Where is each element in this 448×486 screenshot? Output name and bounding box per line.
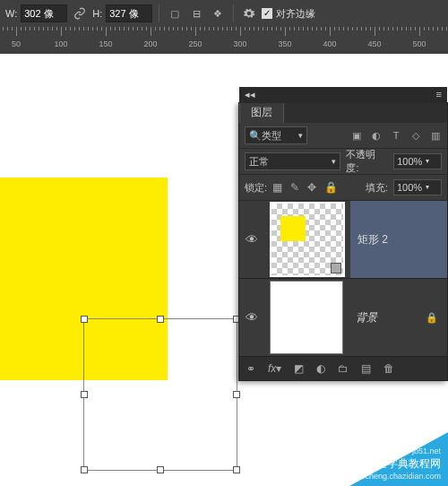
align-edges-checkbox[interactable]: ✓ bbox=[262, 8, 272, 19]
layer-row[interactable]: 👁 矩形 2 bbox=[239, 201, 447, 279]
lock-buttons: ▦ ✎ ✥ 🔒 bbox=[272, 181, 338, 194]
layer-thumbnail[interactable] bbox=[270, 202, 345, 277]
filter-icons: ▣ ◐ T ◇ ▥ bbox=[350, 130, 442, 142]
transform-handle-tm[interactable] bbox=[157, 316, 164, 323]
filter-adjustment-icon[interactable]: ◐ bbox=[370, 130, 383, 142]
ruler-tick: 500 bbox=[412, 39, 426, 48]
delete-layer-icon[interactable]: 🗑 bbox=[383, 362, 394, 375]
chevron-down-icon: ▾ bbox=[332, 157, 336, 166]
layers-panel-footer: ⚭ fx▾ ◩ ◐ 🗀 ▤ 🗑 bbox=[239, 357, 447, 380]
path-combine-icon[interactable]: ▢ bbox=[166, 4, 184, 22]
link-icon[interactable] bbox=[71, 4, 89, 22]
lock-icon: 🔒 bbox=[426, 312, 438, 324]
search-icon: 🔍 bbox=[249, 130, 262, 142]
thumb-shape bbox=[280, 216, 306, 241]
tab-layers[interactable]: 图层 bbox=[239, 101, 284, 123]
panel-topbar[interactable]: ◂◂ ≡ bbox=[239, 87, 447, 103]
ruler-tick: 400 bbox=[323, 39, 336, 48]
layer-visibility-toggle[interactable]: 👁 bbox=[239, 310, 264, 325]
filter-kind-dropdown[interactable]: 🔍 类型 ▾ bbox=[245, 126, 307, 144]
chevron-down-icon: ▾ bbox=[426, 180, 429, 195]
watermark-url1: jb51.net bbox=[352, 445, 441, 457]
transform-handle-mr[interactable] bbox=[233, 391, 240, 398]
ruler-tick: 150 bbox=[99, 39, 112, 48]
ruler-tick: 100 bbox=[54, 39, 67, 48]
layers-panel: ◂◂ ≡ 图层 🔍 类型 ▾ ▣ ◐ T ◇ ▥ 正常 ▾ 不透明度: 100%… bbox=[238, 102, 448, 381]
lock-transparent-icon[interactable]: ▦ bbox=[272, 181, 282, 194]
layer-name[interactable]: 矩形 2 bbox=[350, 232, 447, 247]
gear-icon[interactable] bbox=[240, 4, 258, 22]
align-edges-label: 对齐边缘 bbox=[276, 7, 315, 21]
separator bbox=[159, 4, 159, 22]
lock-row: 锁定: ▦ ✎ ✥ 🔒 填充: 100%▾ bbox=[239, 175, 447, 201]
layer-visibility-toggle[interactable]: 👁 bbox=[239, 232, 264, 247]
panel-menu-icon[interactable]: ≡ bbox=[436, 89, 442, 100]
ruler-tick: 300 bbox=[233, 39, 246, 48]
blend-row: 正常 ▾ 不透明度: 100%▾ bbox=[239, 149, 447, 175]
filter-pixel-icon[interactable]: ▣ bbox=[350, 130, 363, 142]
options-toolbar: W: 302 像 H: 327 像 ▢ ⊟ ❖ ✓ 对齐边缘 bbox=[0, 0, 448, 28]
chevron-down-icon: ▾ bbox=[426, 154, 429, 169]
opacity-label: 不透明度: bbox=[346, 148, 388, 175]
fill-value: 100% bbox=[397, 180, 422, 195]
opacity-value: 100% bbox=[397, 154, 422, 169]
filter-type-icon[interactable]: T bbox=[390, 130, 402, 142]
blend-mode-dropdown[interactable]: 正常 ▾ bbox=[245, 152, 340, 170]
ruler-tick: 450 bbox=[367, 39, 381, 48]
layer-fx-icon[interactable]: fx▾ bbox=[268, 362, 281, 375]
blend-mode-value: 正常 bbox=[249, 155, 269, 169]
opacity-input[interactable]: 100%▾ bbox=[393, 153, 442, 169]
ruler-tick: 200 bbox=[143, 39, 157, 48]
collapse-icon[interactable]: ◂◂ bbox=[245, 89, 255, 100]
shape-badge-icon bbox=[331, 263, 341, 273]
lock-image-icon[interactable]: ✎ bbox=[290, 181, 299, 194]
transform-handle-br[interactable] bbox=[233, 466, 240, 473]
filter-smart-icon[interactable]: ▥ bbox=[429, 130, 442, 142]
ruler-tick: 50 bbox=[12, 39, 21, 48]
fill-input[interactable]: 100%▾ bbox=[393, 179, 442, 195]
transform-handle-ml[interactable] bbox=[81, 391, 88, 398]
path-arrange-icon[interactable]: ❖ bbox=[209, 4, 227, 22]
separator bbox=[233, 4, 234, 22]
height-input[interactable]: 327 像 bbox=[106, 4, 152, 22]
layer-mask-icon[interactable]: ◩ bbox=[294, 362, 304, 375]
lock-all-icon[interactable]: 🔒 bbox=[324, 181, 338, 194]
path-align-icon[interactable]: ⊟ bbox=[187, 4, 205, 22]
horizontal-ruler: 50100150200250300350400450500550600 bbox=[0, 27, 448, 54]
adjustment-layer-icon[interactable]: ◐ bbox=[316, 362, 325, 375]
transform-handle-bm[interactable] bbox=[157, 466, 164, 473]
ruler-tick: 350 bbox=[278, 39, 291, 48]
layer-thumbnail[interactable] bbox=[270, 281, 343, 354]
width-label: W: bbox=[5, 8, 17, 19]
layer-list: 👁 矩形 2 👁 背景 🔒 bbox=[239, 201, 447, 357]
lock-label: 锁定: bbox=[245, 181, 267, 195]
link-layers-icon[interactable]: ⚭ bbox=[246, 362, 255, 375]
width-input[interactable]: 302 像 bbox=[21, 4, 67, 22]
filter-shape-icon[interactable]: ◇ bbox=[409, 130, 422, 142]
lock-position-icon[interactable]: ✥ bbox=[307, 181, 316, 194]
filter-kind-label: 类型 bbox=[262, 129, 281, 143]
transform-handle-tl[interactable] bbox=[81, 316, 88, 323]
fill-label: 填充: bbox=[366, 181, 388, 195]
watermark: jb51.net 查字典教程网 jiaocheng.chazidian.com bbox=[296, 432, 448, 486]
watermark-title: 查字典教程网 bbox=[376, 457, 441, 470]
layer-row[interactable]: 👁 背景 🔒 bbox=[239, 279, 447, 357]
chevron-down-icon: ▾ bbox=[298, 131, 303, 140]
layer-name[interactable]: 背景 bbox=[349, 310, 426, 325]
watermark-url2: jiaocheng.chazidian.com bbox=[352, 470, 441, 482]
transform-bounding-box[interactable] bbox=[83, 318, 237, 471]
height-label: H: bbox=[92, 8, 102, 19]
layer-group-icon[interactable]: 🗀 bbox=[338, 362, 349, 375]
panel-tabs: 图层 bbox=[239, 103, 447, 123]
watermark-text: jb51.net 查字典教程网 jiaocheng.chazidian.com bbox=[352, 445, 441, 482]
transform-handle-bl[interactable] bbox=[81, 466, 88, 473]
ruler-tick: 250 bbox=[188, 39, 202, 48]
new-layer-icon[interactable]: ▤ bbox=[361, 362, 371, 375]
filter-row: 🔍 类型 ▾ ▣ ◐ T ◇ ▥ bbox=[239, 123, 447, 149]
